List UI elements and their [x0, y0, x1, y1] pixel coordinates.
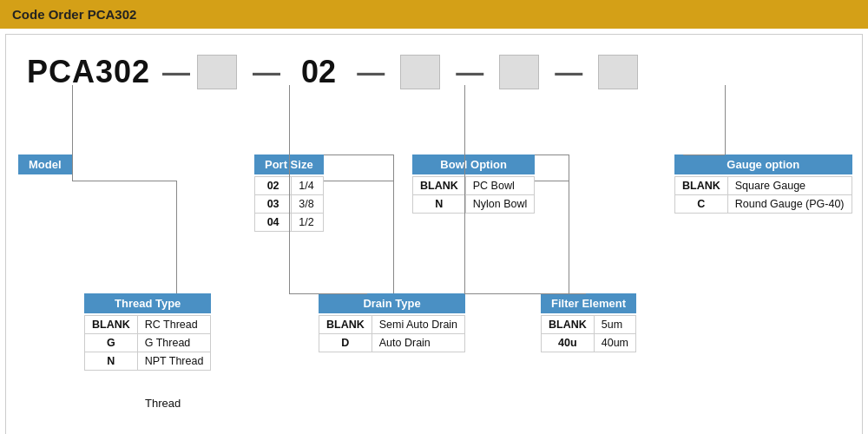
filter-desc-1: 5um: [594, 316, 635, 334]
port-size-desc-2: 3/8: [292, 195, 323, 214]
code-box-4: [598, 55, 638, 89]
model-section: Model: [18, 155, 72, 174]
thread-desc-1: RC Thread: [137, 316, 211, 334]
thread-desc-3: NPT Thread: [137, 352, 211, 371]
drain-type-table: BLANK Semi Auto Drain D Auto Drain: [319, 315, 465, 352]
port-size-value: 02: [301, 54, 336, 90]
code-box-3: [499, 55, 539, 89]
drain-desc-1: Semi Auto Drain: [372, 316, 464, 334]
port-size-code-2: 03: [255, 195, 292, 214]
table-row: N Nylon Bowl: [413, 195, 535, 214]
thread-type-table: BLANK RC Thread G G Thread N NPT Thread: [84, 315, 211, 371]
port-size-desc-1: 1/4: [292, 177, 323, 195]
bowl-code-2: N: [413, 195, 466, 214]
filter-code-2: 40u: [542, 334, 595, 352]
drain-code-2: D: [319, 334, 372, 352]
table-row: BLANK 5um: [542, 316, 636, 334]
table-row: BLANK PC Bowl: [413, 177, 535, 195]
gauge-desc-1: Square Gauge: [727, 177, 852, 195]
table-row: BLANK Semi Auto Drain: [319, 316, 465, 334]
filter-code-1: BLANK: [542, 316, 595, 334]
drain-type-label: Drain Type: [319, 293, 465, 313]
code-box-2: [400, 55, 440, 89]
gauge-code-2: C: [675, 195, 728, 214]
gauge-option-table: BLANK Square Gauge C Round Gauge (PG-40): [674, 176, 852, 214]
table-row: N NPT Thread: [85, 352, 211, 371]
gauge-option-label: Gauge option: [674, 155, 852, 174]
thread-code-3: N: [85, 352, 138, 371]
code-box-1: [197, 55, 237, 89]
bowl-desc-1: PC Bowl: [465, 177, 535, 195]
thread-code-2: G: [85, 334, 138, 352]
filter-element-table: BLANK 5um 40u 40um: [541, 315, 636, 352]
dash-4: —: [456, 56, 483, 89]
table-row: C Round Gauge (PG-40): [675, 195, 852, 214]
drain-desc-2: Auto Drain: [372, 334, 464, 352]
dash-5: —: [555, 56, 582, 89]
filter-element-section: Filter Element BLANK 5um 40u 40um: [541, 293, 636, 352]
drain-type-section: Drain Type BLANK Semi Auto Drain D Auto …: [319, 293, 465, 352]
table-row: D Auto Drain: [319, 334, 465, 352]
model-label: Model: [18, 155, 72, 174]
filter-desc-2: 40um: [594, 334, 635, 352]
gauge-option-section: Gauge option BLANK Square Gauge C Round …: [674, 155, 852, 214]
bowl-option-section: Bowl Option BLANK PC Bowl N Nylon Bowl: [412, 155, 535, 214]
table-row: BLANK Square Gauge: [675, 177, 852, 195]
filter-element-label: Filter Element: [541, 293, 636, 313]
thread-label-text: Thread: [145, 397, 181, 410]
bowl-option-label: Bowl Option: [412, 155, 535, 174]
model-name: PCA302: [27, 54, 150, 90]
table-row: G G Thread: [85, 334, 211, 352]
port-size-desc-3: 1/2: [292, 214, 323, 232]
code-row: PCA302 — — 02 — — —: [27, 54, 638, 90]
page-header: Code Order PCA302: [0, 0, 868, 29]
dash-1: —: [162, 56, 190, 89]
gauge-code-1: BLANK: [675, 177, 728, 195]
thread-code-1: BLANK: [85, 316, 138, 334]
table-row: BLANK RC Thread: [85, 316, 211, 334]
bowl-desc-2: Nylon Bowl: [465, 195, 535, 214]
thread-type-section: Thread Type BLANK RC Thread G G Thread N…: [84, 293, 211, 371]
main-content: PCA302 — — 02 — — — Model Port Size 02: [5, 34, 863, 434]
dash-2: —: [253, 56, 280, 89]
thread-sublabel: Thread: [145, 395, 181, 411]
thread-desc-2: G Thread: [137, 334, 211, 352]
port-size-code-3: 04: [255, 214, 292, 232]
bowl-option-table: BLANK PC Bowl N Nylon Bowl: [412, 176, 535, 214]
gauge-desc-2: Round Gauge (PG-40): [727, 195, 852, 214]
header-title: Code Order PCA302: [12, 7, 136, 22]
drain-code-1: BLANK: [319, 316, 372, 334]
port-size-code-1: 02: [255, 177, 292, 195]
thread-type-label: Thread Type: [84, 293, 211, 313]
bowl-code-1: BLANK: [413, 177, 466, 195]
dash-3: —: [357, 56, 385, 89]
table-row: 40u 40um: [542, 334, 636, 352]
